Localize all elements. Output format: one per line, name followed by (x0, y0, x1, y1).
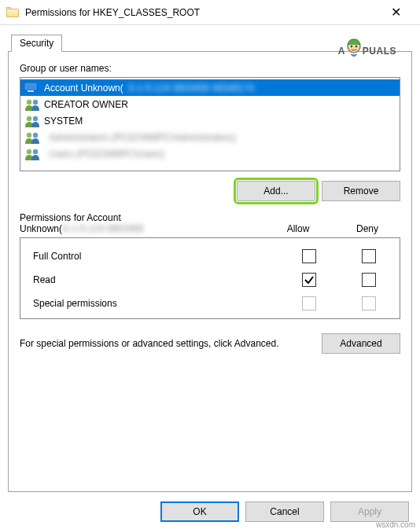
svg-rect-4 (28, 90, 34, 92)
advanced-help-text: For special permissions or advanced sett… (20, 337, 309, 351)
user-list-item[interactable]: SYSTEM (20, 112, 400, 129)
add-button[interactable]: Add... (237, 181, 315, 201)
perm-heading-line1: Permissions for Account (20, 212, 282, 223)
permission-label: Read (30, 274, 302, 285)
perm-heading-line2: Unknown(S-1-5-124 0803456 (20, 223, 282, 234)
permission-row: Special permissions (30, 292, 390, 315)
svg-point-6 (33, 99, 38, 104)
permissions-heading: Permissions for Account Unknown(S-1-5-12… (20, 212, 400, 234)
svg-point-7 (27, 116, 31, 120)
title-bar: Permissions for HKEY_CLASSES_ROOT ✕ (0, 0, 420, 25)
cancel-button[interactable]: Cancel (245, 501, 324, 522)
permissions-box: Full ControlReadSpecial permissions (20, 237, 400, 319)
advanced-button[interactable]: Advanced (322, 333, 400, 354)
user-list-item[interactable]: Administrators (PC0234MPC\Administrators… (20, 129, 400, 145)
svg-point-9 (27, 132, 31, 137)
close-button[interactable]: ✕ (378, 1, 414, 24)
attribution-text: wsxdn.com (376, 520, 415, 529)
user-listbox[interactable]: Account Unknown(S-1-5-124 0803456 483481… (20, 77, 400, 171)
ok-button[interactable]: OK (160, 501, 239, 522)
user-obscured-detail: Administrators (PC0234MPC\Administrators… (49, 132, 236, 143)
folder-icon (6, 7, 19, 17)
user-list-item[interactable]: Account Unknown(S-1-5-124 0803456 483481… (20, 79, 400, 96)
permission-row: Full Control (30, 244, 390, 268)
monitor-icon (24, 82, 38, 93)
tab-security[interactable]: Security (11, 35, 62, 52)
group-icon (24, 131, 41, 144)
svg-point-2 (356, 45, 357, 46)
permission-row: Read (30, 268, 390, 292)
deny-checkbox (362, 296, 376, 310)
svg-point-8 (33, 116, 38, 120)
allow-column-header: Allow (282, 223, 314, 234)
group-icon (24, 98, 41, 111)
svg-point-10 (33, 132, 38, 137)
dialog-footer: OK Cancel Apply (0, 492, 420, 529)
tab-content: Group or user names: Account Unknown(S-1… (8, 52, 412, 492)
svg-point-11 (27, 149, 31, 153)
window-title: Permissions for HKEY_CLASSES_ROOT (25, 7, 378, 18)
deny-checkbox[interactable] (362, 273, 376, 287)
svg-point-12 (33, 149, 38, 153)
deny-checkbox[interactable] (362, 249, 376, 263)
allow-checkbox[interactable] (302, 273, 316, 287)
user-list-item[interactable]: CREATOR OWNER (20, 96, 400, 112)
user-name: Account Unknown( (44, 83, 123, 94)
user-obscured-detail: Users (PC0234MPC\Users) (49, 149, 164, 160)
user-name: SYSTEM (44, 116, 83, 127)
user-name: CREATOR OWNER (44, 99, 128, 110)
allow-checkbox[interactable] (302, 249, 316, 263)
user-list-item[interactable]: Users (PC0234MPC\Users) (20, 145, 400, 162)
watermark-logo: A PUALS (338, 35, 396, 61)
group-label: Group or user names: (20, 63, 400, 74)
deny-column-header: Deny (352, 223, 383, 234)
user-obscured-detail: S-1-5-124 0803456 48348174 (128, 83, 254, 94)
group-icon (24, 115, 41, 127)
permission-label: Special permissions (30, 298, 302, 309)
cartoon-icon (344, 37, 364, 61)
apply-button[interactable]: Apply (330, 501, 409, 522)
permission-label: Full Control (30, 251, 302, 262)
allow-checkbox (302, 296, 316, 310)
svg-point-5 (27, 99, 31, 104)
group-icon (24, 148, 41, 160)
svg-point-1 (351, 45, 352, 46)
svg-rect-3 (24, 83, 37, 90)
remove-button[interactable]: Remove (322, 181, 400, 201)
